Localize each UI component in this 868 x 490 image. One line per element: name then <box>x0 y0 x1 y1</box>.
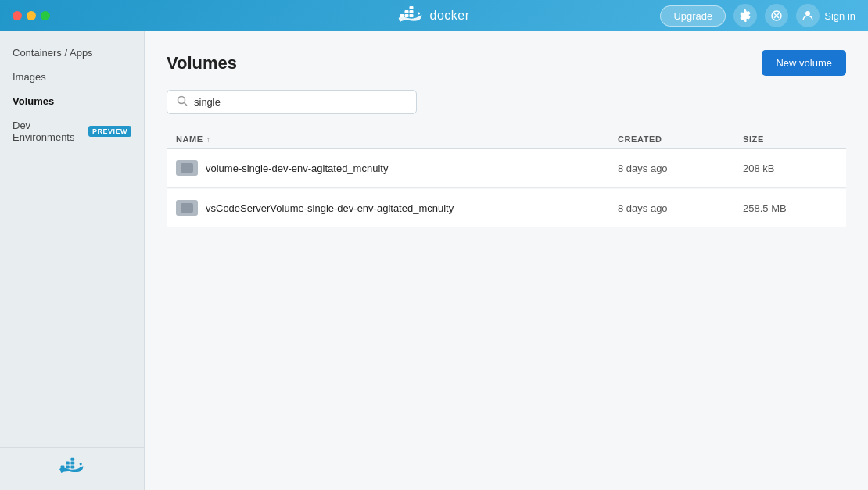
sidebar-item-containers-apps[interactable]: Containers / Apps <box>0 41 144 65</box>
svg-point-8 <box>805 11 810 16</box>
search-box <box>167 90 417 114</box>
minimize-button[interactable] <box>27 11 36 20</box>
titlebar-right: Upgrade Sign in <box>660 4 855 27</box>
sort-arrow-icon: ↑ <box>206 135 211 144</box>
sign-in-label: Sign in <box>824 10 855 22</box>
dev-environments-label: Dev Environments <box>13 120 82 143</box>
volume-cell-1: volume-single-dev-env-agitated_mcnulty <box>176 160 618 176</box>
svg-point-15 <box>80 463 82 465</box>
cell-created-1: 8 days ago <box>618 163 743 174</box>
containers-apps-label: Containers / Apps <box>13 47 93 59</box>
content-header: Volumes New volume <box>167 50 846 76</box>
sidebar-item-images[interactable]: Images <box>0 65 144 89</box>
volume-icon-2 <box>176 200 198 216</box>
volume-name-1: volume-single-dev-env-agitated_mcnulty <box>206 163 388 174</box>
volume-icon-inner-2 <box>181 203 193 213</box>
col-header-created: CREATED <box>618 134 743 144</box>
images-label: Images <box>13 71 46 83</box>
docker-whale-icon <box>398 6 423 25</box>
upgrade-button[interactable]: Upgrade <box>660 5 726 27</box>
traffic-lights <box>13 11 50 20</box>
maximize-button[interactable] <box>41 11 50 20</box>
preview-badge: PREVIEW <box>88 126 131 137</box>
content-area: Volumes New volume NAME ↑ CREA <box>145 31 868 490</box>
new-volume-button[interactable]: New volume <box>762 50 846 76</box>
settings-icon[interactable] <box>733 4 757 27</box>
sidebar-bottom <box>0 447 144 490</box>
svg-rect-5 <box>409 6 413 9</box>
volume-name-2: vsCodeServerVolume-single-dev-env-agitat… <box>206 202 454 214</box>
sidebar: Containers / Apps Images Volumes Dev Env… <box>0 31 145 490</box>
col-header-name: NAME ↑ <box>176 134 618 144</box>
user-icon <box>796 4 820 27</box>
docker-whale-bottom-icon <box>59 457 84 481</box>
svg-rect-3 <box>404 10 408 13</box>
sign-in-button[interactable]: Sign in <box>796 4 855 27</box>
titlebar-center: docker <box>398 6 469 25</box>
svg-rect-2 <box>409 14 413 17</box>
volume-cell-2: vsCodeServerVolume-single-dev-env-agitat… <box>176 200 618 216</box>
table-row[interactable]: vsCodeServerVolume-single-dev-env-agitat… <box>167 189 846 227</box>
table-row[interactable]: volume-single-dev-env-agitated_mcnulty 8… <box>167 149 846 188</box>
sidebar-nav: Containers / Apps Images Volumes Dev Env… <box>0 31 144 447</box>
volume-icon-inner-1 <box>181 163 193 173</box>
sidebar-item-volumes[interactable]: Volumes <box>0 89 144 113</box>
svg-rect-10 <box>66 465 70 468</box>
svg-rect-12 <box>66 462 70 465</box>
cell-size-2: 258.5 MB <box>743 202 837 214</box>
svg-rect-4 <box>409 10 413 13</box>
search-input[interactable] <box>194 96 407 108</box>
svg-rect-14 <box>70 458 74 461</box>
search-icon <box>177 95 188 109</box>
cell-size-1: 208 kB <box>743 163 837 174</box>
docker-logo <box>398 6 423 25</box>
svg-rect-1 <box>404 14 408 17</box>
close-button[interactable] <box>13 11 22 20</box>
page-title: Volumes <box>167 53 237 73</box>
titlebar: docker Upgrade Sign in <box>0 0 868 31</box>
table-header: NAME ↑ CREATED SIZE <box>167 130 846 149</box>
volumes-table: NAME ↑ CREATED SIZE volume-single-dev-en… <box>167 130 846 227</box>
main-layout: Containers / Apps Images Volumes Dev Env… <box>0 31 868 490</box>
svg-point-16 <box>178 97 185 104</box>
sidebar-item-dev-environments[interactable]: Dev Environments PREVIEW <box>0 113 144 149</box>
cell-created-2: 8 days ago <box>618 202 743 214</box>
bug-icon[interactable] <box>765 4 788 27</box>
docker-title: docker <box>429 9 469 23</box>
volumes-label: Volumes <box>13 95 54 107</box>
svg-line-17 <box>185 103 188 106</box>
titlebar-left <box>13 11 50 20</box>
volume-icon-1 <box>176 160 198 176</box>
svg-rect-0 <box>400 14 404 17</box>
svg-rect-13 <box>70 462 74 465</box>
svg-point-6 <box>418 13 420 15</box>
search-container <box>167 90 846 114</box>
col-header-size: SIZE <box>743 134 837 144</box>
svg-rect-11 <box>70 465 74 468</box>
